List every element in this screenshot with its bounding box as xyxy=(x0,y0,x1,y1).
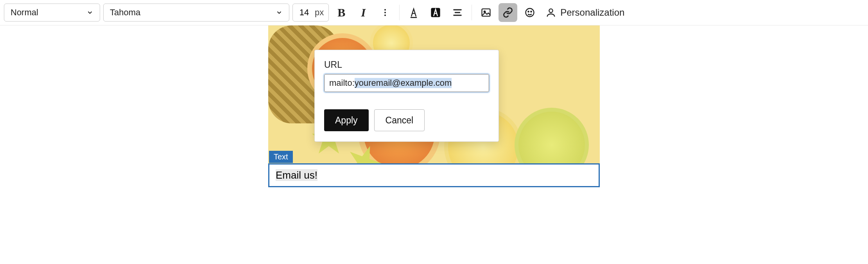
personalization-button[interactable]: Personalization xyxy=(542,7,628,18)
person-icon xyxy=(545,7,556,18)
svg-point-2 xyxy=(384,14,386,16)
url-value-selected: youremail@example.com xyxy=(355,78,452,88)
font-size-unit: px xyxy=(313,7,328,18)
text-color-icon xyxy=(408,7,419,18)
url-field-label: URL xyxy=(324,60,489,70)
svg-point-0 xyxy=(384,9,386,11)
divider xyxy=(472,5,472,20)
url-value-prefix: mailto: xyxy=(329,78,355,88)
emoji-icon xyxy=(524,7,535,18)
emoji-button[interactable] xyxy=(520,3,539,22)
link-button[interactable] xyxy=(499,3,517,22)
font-family-select[interactable]: Tahoma xyxy=(103,4,289,22)
image-icon xyxy=(481,7,491,18)
font-size-input-group: px xyxy=(292,4,329,22)
chevron-down-icon xyxy=(276,9,283,16)
text-block-content: Email us! xyxy=(276,169,317,181)
cancel-button[interactable]: Cancel xyxy=(374,109,425,131)
italic-button[interactable]: I xyxy=(354,3,373,22)
align-button[interactable] xyxy=(448,3,467,22)
paragraph-style-select[interactable]: Normal xyxy=(4,4,100,22)
dots-vertical-icon xyxy=(380,8,390,17)
lime-shape xyxy=(515,108,589,163)
font-size-input[interactable] xyxy=(293,7,313,18)
link-popover: URL mailto:youremail@example.com Apply C… xyxy=(314,50,499,142)
block-type-tab[interactable]: Text xyxy=(269,151,293,163)
background-color-icon xyxy=(430,7,441,18)
image-button[interactable] xyxy=(477,3,495,22)
text-color-button[interactable] xyxy=(404,3,423,22)
italic-icon: I xyxy=(361,6,366,19)
apply-button[interactable]: Apply xyxy=(324,109,369,131)
text-block-content-area[interactable]: Email us! xyxy=(269,165,599,186)
align-center-icon xyxy=(452,7,463,18)
svg-point-11 xyxy=(528,11,529,12)
bold-icon: B xyxy=(337,6,345,19)
svg-point-10 xyxy=(526,9,534,17)
popover-actions: Apply Cancel xyxy=(324,109,489,131)
svg-point-12 xyxy=(531,11,532,12)
font-family-value: Tahoma xyxy=(110,7,140,18)
svg-point-13 xyxy=(549,9,553,13)
personalization-label: Personalization xyxy=(560,7,624,18)
background-color-button[interactable] xyxy=(426,3,445,22)
editor-canvas-wrap: URL mailto:youremail@example.com Apply C… xyxy=(0,25,868,187)
toolbar: Normal Tahoma px B I Personalization xyxy=(0,0,868,25)
divider xyxy=(399,5,400,20)
text-block[interactable]: Text Email us! xyxy=(268,163,600,187)
url-input[interactable]: mailto:youremail@example.com xyxy=(324,74,489,92)
paragraph-style-value: Normal xyxy=(11,7,38,18)
svg-point-1 xyxy=(384,12,386,13)
more-formatting-button[interactable] xyxy=(376,3,395,22)
chevron-down-icon xyxy=(86,9,93,16)
link-icon xyxy=(502,7,513,18)
bold-button[interactable]: B xyxy=(332,3,351,22)
